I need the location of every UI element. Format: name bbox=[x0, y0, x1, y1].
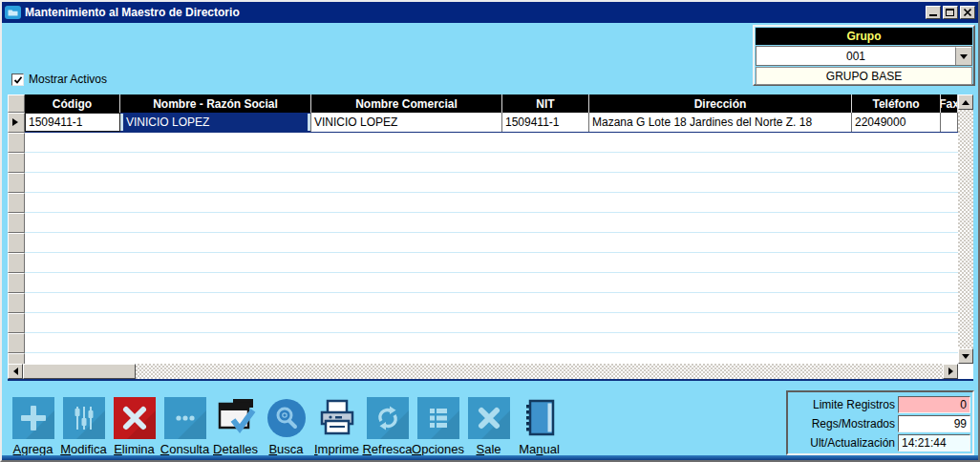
current-row-indicator[interactable] bbox=[8, 113, 25, 133]
grupo-selected-code: 001 bbox=[756, 47, 955, 65]
grupo-combobox[interactable]: 001 bbox=[756, 46, 972, 66]
cell-nit[interactable]: 1509411-1 bbox=[502, 113, 589, 132]
opciones-button[interactable]: Opciones bbox=[413, 397, 463, 456]
ult-actualizacion-row: Ult/Actualización 14:21:44 bbox=[790, 433, 970, 452]
scroll-right-button[interactable] bbox=[943, 364, 958, 379]
row-selector-cell[interactable] bbox=[8, 213, 25, 233]
row-selector-cell[interactable] bbox=[8, 293, 25, 313]
imprime-button[interactable]: Imprime bbox=[311, 397, 362, 456]
elimina-button[interactable]: Elimina bbox=[109, 397, 160, 456]
vertical-scroll-track[interactable] bbox=[958, 110, 973, 348]
detalles-button[interactable]: Detalles bbox=[210, 397, 261, 456]
grupo-panel: Grupo 001 GRUPO BASE bbox=[753, 25, 975, 86]
detalles-label: Detalles bbox=[213, 442, 258, 456]
regs-mostrados-field: 99 bbox=[898, 415, 970, 432]
grupo-name-field: GRUPO BASE bbox=[756, 67, 972, 85]
column-header-telefono[interactable]: Teléfono bbox=[852, 94, 941, 113]
consulta-button[interactable]: Consulta bbox=[160, 397, 210, 456]
grid-header: Código Nombre - Razón Social Nombre Come… bbox=[8, 94, 958, 113]
regs-mostrados-row: Regs/Mostrados 99 bbox=[790, 414, 970, 433]
grid-body: 1509411-1 VINICIO LOPEZ VINICIO LOPEZ 15… bbox=[8, 113, 958, 364]
scrollbar-corner bbox=[958, 364, 973, 379]
horizontal-scroll-track[interactable] bbox=[136, 364, 943, 379]
app-window: Mantenimiento al Maestro de Directorio G… bbox=[0, 0, 980, 462]
table-row[interactable]: 1509411-1 VINICIO LOPEZ VINICIO LOPEZ 15… bbox=[25, 113, 958, 133]
minimize-button[interactable] bbox=[926, 6, 941, 19]
options-icon bbox=[417, 397, 459, 439]
row-selector-cell[interactable] bbox=[8, 193, 25, 213]
consulta-label: Consulta bbox=[160, 442, 209, 456]
scroll-up-button[interactable] bbox=[958, 94, 973, 110]
mostrar-activos-checkbox[interactable]: Mostrar Activos bbox=[11, 73, 107, 86]
sale-label: Sale bbox=[476, 442, 501, 456]
refresh-icon bbox=[367, 397, 409, 439]
grid-empty-rows bbox=[25, 133, 958, 364]
modifica-button[interactable]: Modifica bbox=[58, 397, 109, 456]
add-icon bbox=[12, 397, 54, 439]
exit-icon bbox=[468, 397, 510, 439]
details-icon bbox=[215, 397, 257, 439]
horizontal-scroll-thumb[interactable] bbox=[23, 364, 136, 379]
refresca-button[interactable]: Refresca bbox=[362, 397, 413, 456]
manual-button[interactable]: Manual bbox=[514, 397, 565, 456]
column-header-fax[interactable]: Fax bbox=[941, 94, 958, 113]
vertical-scrollbar[interactable] bbox=[958, 94, 973, 379]
window-title: Mantenimiento al Maestro de Directorio bbox=[25, 6, 926, 19]
grupo-dropdown-button[interactable] bbox=[955, 47, 971, 65]
row-selector-cell[interactable] bbox=[8, 253, 25, 273]
row-selector-cell[interactable] bbox=[8, 153, 25, 173]
manual-label: Manual bbox=[519, 442, 560, 456]
cell-fax[interactable] bbox=[941, 113, 958, 132]
triangle-down-icon bbox=[962, 354, 969, 359]
elimina-label: Elimina bbox=[114, 442, 155, 456]
imprime-label: Imprime bbox=[314, 442, 359, 456]
cell-codigo[interactable]: 1509411-1 bbox=[25, 113, 120, 132]
sale-button[interactable]: Sale bbox=[463, 397, 514, 456]
horizontal-scrollbar[interactable] bbox=[8, 364, 958, 379]
sliders-icon bbox=[63, 397, 105, 439]
close-button[interactable] bbox=[960, 6, 975, 19]
column-header-nombre-comercial[interactable]: Nombre Comercial bbox=[311, 94, 502, 113]
triangle-up-icon bbox=[962, 100, 969, 105]
titlebar: Mantenimiento al Maestro de Directorio bbox=[2, 2, 978, 23]
row-selector-cell[interactable] bbox=[8, 233, 25, 253]
manual-icon bbox=[519, 397, 561, 439]
agrega-label: Agrega bbox=[13, 442, 53, 456]
scroll-down-button[interactable] bbox=[958, 348, 973, 364]
row-selector-cell[interactable] bbox=[8, 273, 25, 293]
agrega-button[interactable]: Agrega bbox=[8, 397, 58, 456]
row-selector-cell[interactable] bbox=[8, 173, 25, 193]
column-header-nit[interactable]: NIT bbox=[502, 94, 589, 113]
cell-direccion[interactable]: Mazana G Lote 18 Jardines del Norte Z. 1… bbox=[589, 113, 852, 132]
row-selector-cell[interactable] bbox=[8, 353, 25, 364]
ult-actualizacion-field: 14:21:44 bbox=[898, 434, 970, 452]
cell-telefono[interactable]: 22049000 bbox=[852, 113, 941, 132]
opciones-label: Opciones bbox=[412, 442, 464, 456]
row-selector-strip bbox=[8, 113, 25, 364]
modifica-label: Modifica bbox=[60, 442, 106, 456]
row-selector-cell[interactable] bbox=[8, 133, 25, 153]
row-selector-cell[interactable] bbox=[8, 313, 25, 333]
scroll-left-button[interactable] bbox=[8, 364, 23, 379]
ult-actualizacion-label: Ult/Actualización bbox=[790, 436, 898, 450]
printer-icon bbox=[316, 397, 358, 439]
checkbox-box[interactable] bbox=[11, 74, 24, 86]
client-area: Grupo 001 GRUPO BASE Mostrar Activos Cód… bbox=[2, 23, 978, 460]
regs-mostrados-label: Regs/Mostrados bbox=[790, 417, 898, 430]
maximize-icon bbox=[946, 9, 954, 16]
row-selector-cell[interactable] bbox=[8, 333, 25, 353]
grid-corner-cell bbox=[8, 94, 25, 113]
mostrar-activos-label: Mostrar Activos bbox=[29, 73, 107, 86]
cell-nombre-comercial[interactable]: VINICIO LOPEZ bbox=[311, 113, 502, 132]
limit-registros-field: 0 bbox=[898, 396, 970, 413]
column-header-razon-social[interactable]: Nombre - Razón Social bbox=[120, 94, 311, 113]
folder-icon bbox=[5, 6, 21, 19]
maximize-button[interactable] bbox=[943, 6, 958, 19]
busca-button[interactable]: Busca bbox=[261, 397, 311, 456]
ellipsis-icon bbox=[164, 397, 206, 439]
window-bottom-edge bbox=[2, 455, 978, 460]
column-header-codigo[interactable]: Código bbox=[25, 94, 120, 113]
status-panel: Limite Registros 0 Regs/Mostrados 99 Ult… bbox=[786, 390, 974, 455]
column-header-direccion[interactable]: Dirección bbox=[589, 94, 852, 113]
cell-razon-social-selected[interactable]: VINICIO LOPEZ bbox=[120, 113, 311, 132]
